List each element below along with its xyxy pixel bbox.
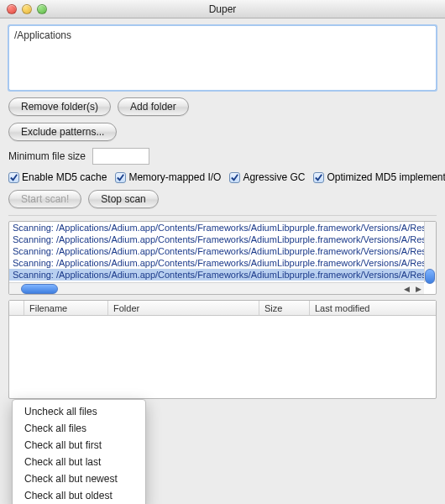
- checkbox-icon: [115, 172, 126, 183]
- context-menu[interactable]: Uncheck all files Check all files Check …: [12, 399, 146, 504]
- folder-list[interactable]: /Applications: [8, 25, 437, 91]
- menu-check-but-newest[interactable]: Check all but newest: [13, 470, 145, 487]
- log-line-selected[interactable]: Scanning: /Applications/Adium.app/Conten…: [9, 269, 436, 281]
- menu-uncheck-all[interactable]: Uncheck all files: [13, 403, 145, 420]
- column-check[interactable]: [9, 301, 24, 315]
- column-size[interactable]: Size: [259, 301, 310, 315]
- table-header: Filename Folder Size Last modified: [9, 301, 436, 316]
- log-line: Scanning: /Applications/Adium.app/Conten…: [9, 222, 436, 234]
- aggressive-gc-checkbox[interactable]: Agressive GC: [229, 171, 305, 183]
- scroll-left-icon[interactable]: ◀: [400, 283, 412, 295]
- column-folder[interactable]: Folder: [108, 301, 259, 315]
- window-content: /Applications Remove folder(s) Add folde…: [0, 18, 445, 407]
- log-line: Scanning: /Applications/Adium.app/Conten…: [9, 257, 436, 269]
- start-scan-button: Start scan!: [8, 190, 81, 208]
- checkbox-label: Optimized MD5 implementation: [327, 171, 445, 183]
- min-file-size-label: Minimum file size: [8, 150, 86, 162]
- zoom-icon[interactable]: [37, 4, 47, 14]
- menu-check-but-oldest[interactable]: Check all but oldest: [13, 487, 145, 504]
- memory-mapped-io-checkbox[interactable]: Memory-mapped I/O: [115, 171, 221, 183]
- enable-md5-cache-checkbox[interactable]: Enable MD5 cache: [8, 171, 107, 183]
- menu-check-but-last[interactable]: Check all but last: [13, 454, 145, 470]
- menu-check-but-first[interactable]: Check all but first: [13, 437, 145, 454]
- stop-scan-button[interactable]: Stop scan: [88, 190, 158, 208]
- scrollbar-thumb[interactable]: [21, 284, 58, 294]
- checkbox-icon: [313, 172, 324, 183]
- add-folder-button[interactable]: Add folder: [118, 97, 189, 116]
- optimized-md5-checkbox[interactable]: Optimized MD5 implementation: [313, 171, 445, 183]
- log-horizontal-scrollbar[interactable]: [9, 282, 424, 294]
- checkbox-icon: [229, 172, 240, 183]
- checkbox-label: Memory-mapped I/O: [128, 171, 221, 183]
- column-filename[interactable]: Filename: [24, 301, 108, 315]
- minimize-icon[interactable]: [22, 4, 32, 14]
- min-file-size-input[interactable]: [92, 148, 149, 165]
- window-controls: [7, 4, 47, 14]
- results-table[interactable]: Filename Folder Size Last modified: [8, 300, 437, 399]
- checkbox-label: Enable MD5 cache: [22, 171, 107, 183]
- exclude-patterns-button[interactable]: Exclude patterns...: [8, 123, 117, 141]
- checkbox-icon: [8, 172, 19, 183]
- scan-log[interactable]: Scanning: /Applications/Adium.app/Conten…: [8, 221, 437, 295]
- titlebar: Duper: [0, 0, 445, 18]
- log-line: Scanning: /Applications/Adium.app/Conten…: [9, 245, 436, 257]
- checkbox-label: Agressive GC: [243, 171, 305, 183]
- column-last-modified[interactable]: Last modified: [310, 301, 436, 315]
- log-line: Scanning: /Applications/Adium.app/Conten…: [9, 234, 436, 245]
- menu-check-all[interactable]: Check all files: [13, 420, 145, 437]
- log-scroll-arrows: ◀ ▶: [400, 282, 424, 294]
- close-icon[interactable]: [7, 4, 17, 14]
- divider: [8, 215, 437, 216]
- log-vertical-scrollbar[interactable]: [424, 222, 436, 282]
- scroll-right-icon[interactable]: ▶: [412, 283, 424, 295]
- remove-folder-button[interactable]: Remove folder(s): [8, 97, 111, 116]
- folder-list-item[interactable]: /Applications: [14, 29, 431, 41]
- scrollbar-thumb[interactable]: [425, 269, 435, 284]
- window-title: Duper: [0, 3, 445, 15]
